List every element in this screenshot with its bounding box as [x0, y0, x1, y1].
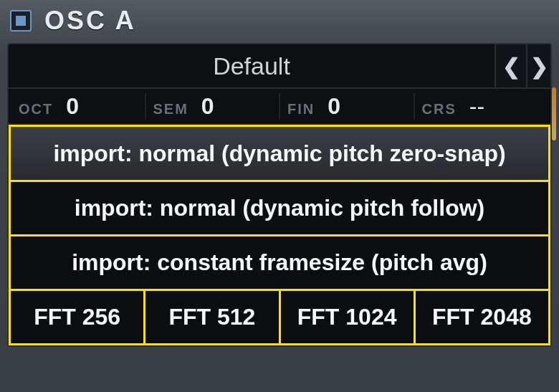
square-icon — [16, 16, 26, 26]
menu-item-import-zero-snap[interactable]: import: normal (dynamic pitch zero-snap) — [9, 125, 550, 182]
menu-item-label: FFT 256 — [34, 304, 120, 330]
menu-item-label: FFT 512 — [168, 304, 255, 330]
scrollbar[interactable] — [552, 87, 556, 140]
menu-item-label: import: normal (dynamic pitch zero-snap) — [53, 140, 505, 167]
semitone-control[interactable]: SEM 0 — [146, 93, 281, 120]
fine-value: 0 — [328, 93, 340, 120]
semitone-label: SEM — [153, 101, 188, 118]
menu-item-label: FFT 1024 — [297, 304, 397, 330]
menu-item-fft-2048[interactable]: FFT 2048 — [416, 291, 550, 345]
menu-item-label: FFT 2048 — [432, 304, 532, 330]
chevron-right-icon: ❯ — [530, 54, 548, 79]
menu-item-import-pitch-follow[interactable]: import: normal (dynamic pitch follow) — [9, 182, 550, 236]
semitone-value: 0 — [201, 93, 214, 120]
preset-name-display[interactable]: Default — [9, 44, 494, 87]
menu-item-fft-512[interactable]: FFT 512 — [145, 291, 280, 345]
fft-row: FFT 256 FFT 512 FFT 1024 FFT 2048 — [9, 291, 550, 345]
tuning-row: OCT 0 SEM 0 FIN 0 CRS -- — [9, 89, 550, 125]
chevron-left-icon: ❮ — [502, 54, 520, 79]
fine-control[interactable]: FIN 0 — [280, 93, 415, 120]
oscillator-title: OSC A — [44, 6, 136, 36]
octave-label: OCT — [19, 101, 53, 118]
menu-item-label: import: constant framesize (pitch avg) — [72, 249, 487, 276]
menu-item-fft-1024[interactable]: FFT 1024 — [281, 291, 416, 345]
octave-control[interactable]: OCT 0 — [11, 93, 146, 120]
osc-enable-toggle[interactable] — [10, 10, 32, 32]
preset-next-button[interactable]: ❯ — [526, 44, 550, 87]
oscillator-title-bar: OSC A — [0, 0, 559, 43]
preset-row: Default ❮ ❯ — [9, 44, 550, 89]
menu-item-label: import: normal (dynamic pitch follow) — [75, 195, 484, 221]
coarse-label: CRS — [422, 101, 457, 118]
fine-label: FIN — [287, 101, 315, 118]
oscillator-panel: Default ❮ ❯ OCT 0 SEM 0 FIN 0 CRS -- imp… — [7, 43, 552, 347]
menu-item-import-constant-framesize[interactable]: import: constant framesize (pitch avg) — [9, 236, 550, 291]
preset-prev-button[interactable]: ❮ — [494, 44, 526, 87]
coarse-control[interactable]: CRS -- — [415, 93, 548, 120]
octave-value: 0 — [66, 93, 79, 120]
coarse-value: -- — [469, 93, 484, 120]
menu-item-fft-256[interactable]: FFT 256 — [9, 291, 145, 345]
